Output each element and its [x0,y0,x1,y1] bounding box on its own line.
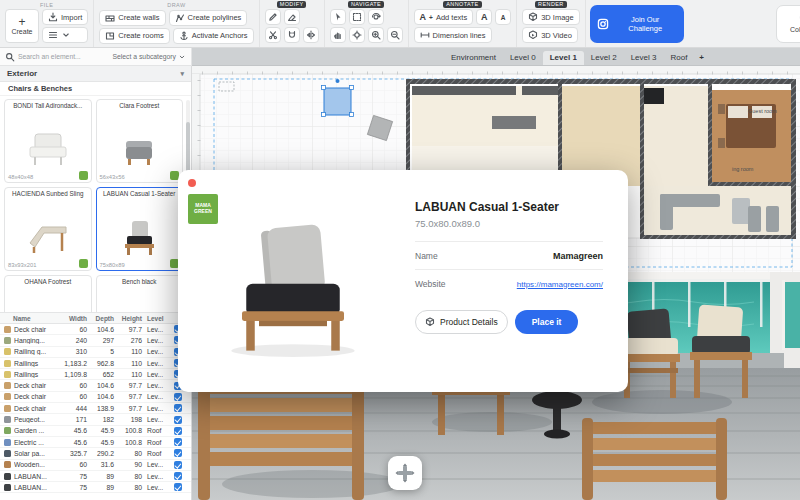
subcategory-select[interactable]: Select a subcategory [113,53,186,61]
visibility-checkbox[interactable] [174,393,182,401]
visibility-checkbox[interactable] [174,404,182,412]
3d-image-button[interactable]: 3D Image [522,9,580,25]
flip-button[interactable] [303,27,319,43]
table-row[interactable]: LABUAN... 75 89 80 Lev... [0,471,191,482]
toolbar-group-modify: MODIFY [260,0,325,47]
product-card[interactable]: Bench black [96,275,184,312]
table-row[interactable]: Railings 1,183.2 962.8 110 Lev... [0,358,191,369]
create-walls-button[interactable]: Create walls [99,10,165,26]
row-height: 198 [116,416,144,423]
product-thumbnail [7,294,89,312]
table-row[interactable]: Deck chair 60 104.6 97.7 Lev... [0,380,191,391]
product-card[interactable]: Clara Footrest 56x43x56 [96,99,184,183]
visibility-checkbox[interactable] [174,449,182,457]
row-level: Lev... [144,473,170,480]
table-row[interactable]: Electric ... 45.6 45.9 100.8 Roof [0,437,191,448]
tab-level-1[interactable]: Level 1 [543,51,584,65]
furniture-icon [4,473,11,480]
category-header[interactable]: Exterior ▾ [0,66,191,82]
activate-anchors-button[interactable]: Activate Anchors [173,28,254,44]
visibility-checkbox[interactable] [174,416,182,424]
table-row[interactable]: Solar pa... 325.7 290.2 80 Roof [0,448,191,459]
collapse-chevron-icon[interactable]: ▾ [180,70,184,78]
table-row[interactable]: Deck chair 60 104.6 97.7 Lev... [0,324,191,335]
table-row[interactable]: LABUAN... 75 89 80 Lev... [0,482,191,493]
collapse-button[interactable]: Collapse [776,5,800,43]
product-card[interactable]: BONDI Tall Adirondack... 48x40x48 [4,99,92,183]
table-row[interactable]: Railings 1,109.8 652 110 Lev... [0,369,191,380]
toolbar-group-annotate: ANNOTATE A+ Add texts A A Dimension line… [409,0,518,47]
import-options-button[interactable] [42,27,88,43]
create-rooms-button[interactable]: Create rooms [99,28,169,44]
add-texts-button[interactable]: A+ Add texts [414,9,474,25]
row-name: LABUAN... [14,484,62,491]
product-thumbnail [7,206,89,268]
product-card-selected[interactable]: LABUAN Casual 1-Seater 75x80x89 [96,187,184,271]
table-row[interactable]: Garden ... 45.6 45.9 100.8 Roof [0,426,191,437]
table-row[interactable]: Deck chair 60 104.6 97.7 Lev... [0,392,191,403]
furniture-icon [4,337,11,344]
product-name: Clara Footrest [99,102,181,118]
center-view-button[interactable] [349,27,365,43]
cut-button[interactable] [265,27,281,43]
dimension-icon [420,30,430,40]
join-challenge-button[interactable]: Join Our Challenge [590,5,684,43]
product-card[interactable]: OHANA Footrest [4,275,92,312]
table-row[interactable]: Wooden... 60 31.6 90 Lev... [0,460,191,471]
zoom-out-button[interactable] [387,27,403,43]
font-increase-button[interactable]: A [476,9,492,25]
create-polylines-button[interactable]: Create polylines [169,10,248,26]
tab-add-level[interactable]: + [694,51,709,65]
living-room-label: ing room [732,166,753,172]
product-dimensions: 75.0x80.0x89.0 [415,218,603,229]
place-it-button[interactable]: Place it [515,310,579,334]
visibility-checkbox[interactable] [174,483,182,491]
marquee-button[interactable] [349,9,365,25]
navigation-dpad-widget[interactable] [388,456,422,490]
visibility-checkbox[interactable] [174,427,182,435]
row-name: Electric ... [14,439,62,446]
erase-button[interactable] [284,9,300,25]
3d-image-label: 3D Image [541,13,574,22]
product-card[interactable]: HACIENDA Sunbed Sling 83x93x201 [4,187,92,271]
tab-level-0[interactable]: Level 0 [503,51,543,65]
search-input[interactable] [18,53,94,60]
visibility-checkbox[interactable] [174,438,182,446]
font-decrease-label: A [501,14,506,21]
visibility-checkbox[interactable] [174,461,182,469]
row-height: 110 [116,360,144,367]
product-details-button[interactable]: Product Details [415,310,508,334]
select-button[interactable] [330,9,346,25]
furniture-icon [4,461,11,468]
pan-button[interactable] [330,27,346,43]
row-name: Deck chair [14,382,62,389]
tab-level-2[interactable]: Level 2 [584,51,624,65]
table-row[interactable]: Deck chair 444 138.9 97.7 Lev... [0,403,191,414]
close-button[interactable] [188,179,196,187]
3d-video-label: 3D Video [541,31,572,40]
magnet-icon [287,30,297,40]
row-depth: 182 [89,416,116,423]
tab-environment[interactable]: Environment [444,51,503,65]
modal-actions: Product Details Place it [415,310,603,334]
guest-room-label: Guest room [748,108,777,114]
website-link[interactable]: https://mamagreen.com/ [517,280,603,289]
import-button[interactable]: Import [42,9,88,25]
create-button[interactable]: + Create [5,9,39,43]
table-row[interactable]: Railing g... 310 5 110 Lev... [0,347,191,358]
section-label-file: FILE [5,1,88,9]
font-decrease-button[interactable]: A [495,9,511,25]
table-row[interactable]: Hanging... 240 297 276 Lev... [0,335,191,346]
row-width: 60 [62,393,89,400]
dimension-lines-button[interactable]: Dimension lines [414,27,492,43]
zoom-in-button[interactable] [368,27,384,43]
table-row[interactable]: Peugeot... 171 182 198 Lev... [0,414,191,425]
edit-button[interactable] [265,9,281,25]
snap-button[interactable] [284,27,300,43]
tab-level-3[interactable]: Level 3 [624,51,664,65]
visibility-checkbox[interactable] [174,472,182,480]
row-depth: 104.6 [89,326,116,333]
3d-video-button[interactable]: 3D Video [522,27,578,43]
orbit-button[interactable] [368,9,384,25]
tab-roof[interactable]: Roof [663,51,694,65]
